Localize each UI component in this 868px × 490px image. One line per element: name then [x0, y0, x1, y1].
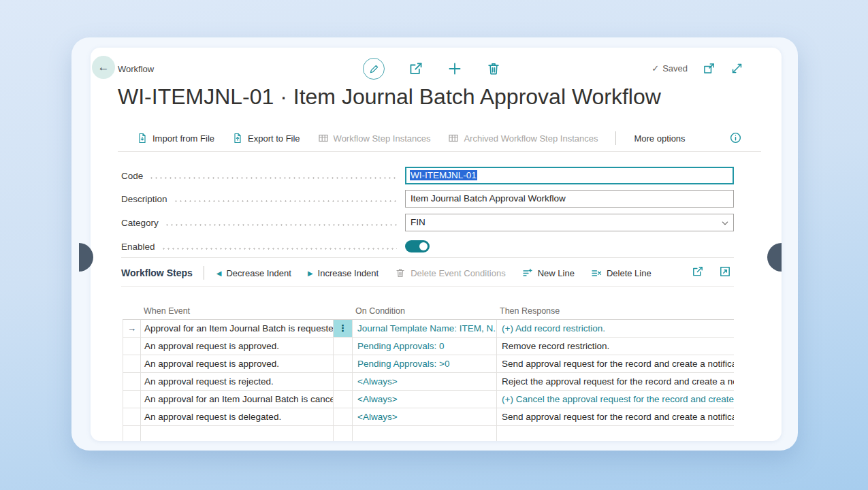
current-row-pointer-icon: →	[123, 320, 141, 337]
cell-when-event[interactable]: An approval request is rejected.	[141, 373, 334, 390]
table-row[interactable]: An approval request is approved. Pending…	[123, 355, 734, 373]
new-line-icon	[522, 267, 533, 278]
table-header: When Event On Condition Then Response	[123, 303, 734, 320]
trash-icon	[395, 267, 406, 278]
code-field[interactable]: WI-ITEMJNL-01	[405, 167, 734, 184]
category-field[interactable]: FIN	[405, 214, 734, 231]
delete-icon[interactable]	[486, 61, 501, 76]
code-field-selected-text: WI-ITEMJNL-01	[410, 170, 477, 180]
cell-on-condition[interactable]: Journal Template Name: ITEM, N...	[353, 320, 497, 337]
cell-then-response[interactable]: (+) Add record restriction.	[497, 320, 734, 337]
enabled-label: Enabled	[121, 242, 155, 252]
table-icon	[448, 133, 459, 144]
col-on-condition[interactable]: On Condition	[353, 303, 497, 319]
workflow-steps-table: When Event On Condition Then Response → …	[123, 303, 734, 441]
dotted-leader	[161, 246, 397, 251]
new-line-label: New Line	[538, 268, 575, 278]
cell-on-condition[interactable]: <Always>	[353, 373, 497, 390]
cell-on-condition[interactable]: <Always>	[353, 408, 497, 425]
share-icon[interactable]	[408, 61, 423, 76]
cell-on-condition[interactable]: Pending Approvals: >0	[353, 355, 497, 372]
share-icon[interactable]	[692, 265, 704, 278]
workflow-steps-toolbar: Workflow Steps ◀ Decrease Indent ▶ Incre…	[121, 263, 652, 283]
dotted-leader	[149, 176, 397, 180]
cell-then-response[interactable]: Send approval request for the record and…	[497, 355, 734, 372]
cell-when-event[interactable]: An approval request is approved.	[141, 355, 334, 372]
col-then-response[interactable]: Then Response	[497, 303, 734, 319]
steps-toolbar-bottom-divider	[121, 286, 734, 287]
new-line-button[interactable]: New Line	[522, 267, 575, 278]
export-file-icon	[232, 133, 243, 144]
info-icon[interactable]	[729, 131, 742, 144]
enabled-toggle[interactable]	[405, 240, 430, 252]
workflow-steps-title: Workflow Steps	[121, 267, 193, 278]
back-arrow-icon: ←	[98, 61, 110, 74]
toggle-knob	[419, 242, 428, 250]
export-to-file-label: Export to File	[248, 133, 300, 144]
table-row[interactable]: An approval for an Item Journal Batch is…	[123, 391, 734, 408]
form-row-enabled: Enabled	[121, 238, 734, 255]
cell-when-event[interactable]: An approval for an Item Journal Batch is…	[141, 391, 334, 408]
cell-then-response[interactable]: Reject the approval request for the reco…	[497, 373, 734, 390]
table-row[interactable]: An approval request is rejected. <Always…	[123, 373, 734, 391]
cell-row-menu-icon[interactable]: ⋮	[334, 320, 353, 337]
expand-icon[interactable]	[730, 62, 743, 75]
code-label: Code	[121, 171, 143, 181]
cell-on-condition[interactable]: <Always>	[353, 391, 497, 408]
table-row[interactable]: An approval request is delegated. <Alway…	[123, 408, 734, 426]
delete-line-icon	[591, 267, 602, 278]
export-to-file-button[interactable]: Export to File	[232, 133, 300, 144]
cell-then-response[interactable]: Send approval request for the record and…	[497, 408, 734, 425]
triangle-right-icon: ▶	[308, 270, 313, 277]
back-button[interactable]: ←	[92, 56, 115, 79]
more-options-button[interactable]: More options	[634, 133, 685, 144]
import-from-file-button[interactable]: Import from File	[137, 133, 214, 144]
col-when-event[interactable]: When Event	[141, 303, 334, 319]
cell-when-event[interactable]: An approval request is delegated.	[141, 408, 334, 425]
table-row[interactable]: → Approval for an Item Journal Batch is …	[123, 320, 734, 338]
cell-on-condition[interactable]: Pending Approvals: 0	[353, 338, 497, 355]
cell-then-response[interactable]: (+) Cancel the approval request for the …	[497, 391, 734, 408]
cell-then-response[interactable]: Remove record restriction.	[497, 338, 734, 355]
new-record-icon[interactable]	[447, 61, 462, 76]
saved-label: Saved	[662, 63, 688, 74]
archived-workflow-step-instances-button[interactable]: Archived Workflow Step Instances	[448, 133, 598, 144]
description-field[interactable]: Item Journal Batch Approval Workflow	[405, 190, 734, 208]
archived-workflow-step-instances-label: Archived Workflow Step Instances	[464, 133, 598, 144]
delete-line-label: Delete Line	[607, 268, 652, 278]
more-options-label: More options	[634, 133, 685, 144]
table-row[interactable]	[123, 426, 734, 441]
workflow-step-instances-button[interactable]: Workflow Step Instances	[318, 133, 431, 144]
left-nav-handle[interactable]	[65, 243, 93, 272]
check-icon: ✓	[652, 63, 659, 74]
cell-when-event[interactable]	[141, 426, 334, 441]
actionbar-divider	[615, 131, 616, 145]
workflow-step-instances-label: Workflow Step Instances	[334, 133, 431, 144]
action-bar: Import from File Export to File Workflow…	[137, 127, 686, 150]
cell-when-event[interactable]: Approval for an Item Journal Batch is re…	[141, 320, 334, 337]
increase-indent-label: Increase Indent	[318, 268, 379, 278]
category-label: Category	[121, 218, 159, 228]
cell-when-event[interactable]: An approval request is approved.	[141, 338, 334, 355]
page-title: WI-ITEMJNL-01 · Item Journal Batch Appro…	[118, 84, 661, 110]
edit-button[interactable]	[363, 58, 385, 80]
description-label: Description	[121, 194, 167, 204]
dotted-leader	[174, 199, 397, 203]
form-row-category: Category FIN	[121, 214, 734, 231]
table-row[interactable]: An approval request is approved. Pending…	[123, 338, 734, 355]
chevron-down-icon[interactable]	[721, 219, 729, 227]
open-in-window-icon[interactable]	[703, 62, 716, 75]
decrease-indent-button[interactable]: ◀ Decrease Indent	[216, 268, 291, 278]
steps-toolbar-divider	[204, 266, 204, 280]
cell-then-response[interactable]	[497, 426, 734, 441]
form-row-description: Description Item Journal Batch Approval …	[121, 190, 734, 208]
page-caption: Workflow	[118, 64, 154, 74]
increase-indent-button[interactable]: ▶ Increase Indent	[308, 268, 379, 278]
delete-line-button[interactable]: Delete Line	[591, 267, 652, 278]
import-file-icon	[137, 133, 148, 144]
open-in-excel-icon[interactable]	[719, 265, 731, 278]
cell-on-condition[interactable]	[353, 426, 497, 441]
delete-event-conditions-button[interactable]: Delete Event Conditions	[395, 267, 505, 278]
workflow-page-card: ← Workflow WI-ITEMJNL-01 · Item Journal …	[91, 48, 782, 441]
delete-event-conditions-label: Delete Event Conditions	[411, 268, 505, 278]
